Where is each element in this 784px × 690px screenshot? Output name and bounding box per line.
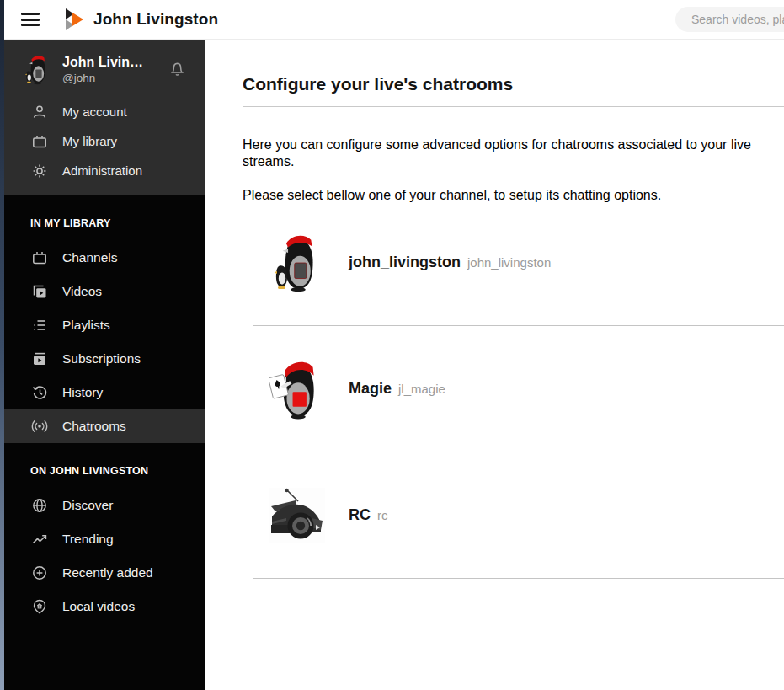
window-edge-strip <box>0 0 4 690</box>
sidebar-item-label: My library <box>62 134 117 148</box>
user-avatar <box>23 54 51 85</box>
logged-in-user[interactable]: John Livingston @john <box>4 40 205 97</box>
notifications-bell-icon[interactable] <box>168 59 187 80</box>
tv-icon <box>31 249 48 266</box>
plus-circle-icon <box>31 564 48 581</box>
channel-handle: jl_magie <box>398 382 445 396</box>
sidebar-item-discover[interactable]: Discover <box>4 489 205 522</box>
sidebar-item-label: Channels <box>62 250 118 265</box>
sidebar-item-administration[interactable]: Administration <box>4 156 205 185</box>
person-icon <box>31 104 48 120</box>
main-content: Configure your live's chatrooms Here you… <box>205 40 784 690</box>
sidebar-item-subscriptions[interactable]: Subscriptions <box>4 342 205 376</box>
sidebar-item-my-account[interactable]: My account <box>4 97 205 126</box>
sidebar-item-label: Playlists <box>62 318 110 333</box>
top-bar: John Livingston <box>4 0 784 40</box>
trending-up-icon <box>31 531 48 548</box>
sidebar-item-trending[interactable]: Trending <box>4 522 205 556</box>
sidebar-item-label: Chatrooms <box>62 419 126 434</box>
channel-avatar <box>269 359 325 420</box>
broadcast-icon <box>31 418 48 435</box>
page-title: Configure your live's chatrooms <box>243 74 784 94</box>
tv-icon <box>31 133 48 150</box>
sidebar: John Livingston @john My account M <box>4 40 205 690</box>
sidebar-item-history[interactable]: History <box>4 376 205 409</box>
sidebar-item-local-videos[interactable]: Local videos <box>4 590 205 623</box>
history-clock-icon <box>31 384 48 401</box>
channel-row-magie[interactable]: Magie jl_magie <box>253 326 784 452</box>
instance-title[interactable]: John Livingston <box>93 10 218 29</box>
channel-row-john-livingston[interactable]: john_livingston john_livingston <box>253 200 784 326</box>
channel-list: john_livingston john_livingston <box>253 200 784 579</box>
sidebar-item-label: Subscriptions <box>62 351 141 366</box>
user-menu-block: John Livingston @john My account M <box>4 40 205 195</box>
sidebar-item-label: Trending <box>62 532 114 547</box>
sidebar-item-channels[interactable]: Channels <box>4 241 205 275</box>
sidebar-item-label: History <box>62 385 103 400</box>
sidebar-item-playlists[interactable]: Playlists <box>4 308 205 342</box>
video-library-icon <box>31 283 48 300</box>
sidebar-item-recently-added[interactable]: Recently added <box>4 556 205 590</box>
menu-toggle-icon[interactable] <box>21 13 40 26</box>
gear-icon <box>31 163 48 179</box>
sidebar-item-label: Videos <box>62 284 102 299</box>
intro-paragraph-1: Here you can configure some advanced opt… <box>243 136 784 170</box>
home-pin-icon <box>31 598 48 615</box>
sidebar-item-chatrooms[interactable]: Chatrooms <box>4 409 205 443</box>
channel-handle: john_livingston <box>467 255 551 270</box>
globe-icon <box>31 497 48 514</box>
channel-name: john_livingston <box>349 254 461 271</box>
sidebar-item-my-library[interactable]: My library <box>4 126 205 156</box>
channel-name: RC <box>349 506 371 524</box>
section-title-in-my-library: IN MY LIBRARY <box>30 217 205 229</box>
user-handle: @john <box>62 72 168 84</box>
search-input[interactable] <box>675 7 784 32</box>
sidebar-item-label: My account <box>62 104 127 119</box>
channel-avatar <box>269 488 325 543</box>
channel-row-rc[interactable]: RC rc <box>253 452 784 579</box>
channel-avatar <box>269 233 325 293</box>
channel-name: Magie <box>349 380 392 398</box>
user-display-name: John Livingston <box>62 55 150 70</box>
sidebar-item-videos[interactable]: Videos <box>4 275 205 308</box>
playlist-icon <box>31 317 48 334</box>
sidebar-item-label: Administration <box>62 163 142 178</box>
section-title-on-instance: ON JOHN LIVINGSTON <box>30 465 205 477</box>
title-divider <box>243 106 784 107</box>
sidebar-item-label: Discover <box>62 498 113 513</box>
peertube-logo-icon[interactable] <box>66 8 83 30</box>
channel-handle: rc <box>377 508 388 522</box>
sidebar-item-label: Recently added <box>62 565 153 580</box>
sidebar-item-label: Local videos <box>62 599 135 614</box>
subscriptions-icon <box>31 350 48 367</box>
